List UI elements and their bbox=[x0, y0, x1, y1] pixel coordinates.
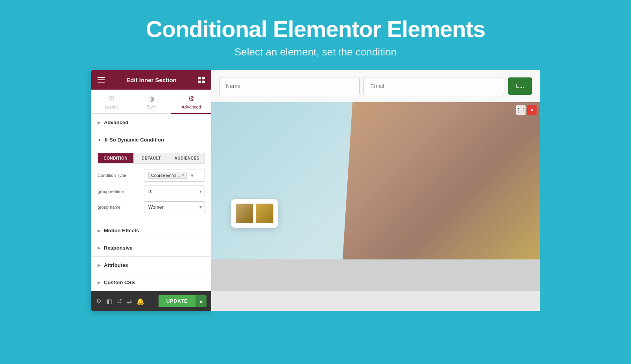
panel-footer: ⚙ ◧ ↺ ⇄ 🔔 UPDATE ▲ bbox=[91, 291, 211, 311]
preview-move-icon[interactable]: ⋮⋮ bbox=[516, 105, 526, 115]
attributes-chevron: ▶ bbox=[98, 263, 101, 267]
tab-style-label: Style bbox=[146, 105, 156, 109]
preview-email-input[interactable] bbox=[363, 77, 504, 95]
tab-layout-label: Layout bbox=[105, 105, 118, 109]
preview-name-input[interactable] bbox=[219, 77, 360, 95]
responsive-label: Responsive bbox=[104, 245, 133, 251]
panel-title: Edit Inner Section bbox=[126, 77, 177, 83]
history-footer-icon[interactable]: ↺ bbox=[117, 298, 122, 305]
condition-type-row: Condition Type Course Enrol... × ▾ bbox=[98, 169, 205, 182]
dynamic-condition-body: CONDITION DEFAULT AUDIENCES Condition Ty… bbox=[91, 148, 211, 222]
food-box-1 bbox=[236, 204, 253, 223]
motion-effects-section-row[interactable]: ▶ Motion Effects bbox=[91, 222, 211, 239]
page-subtitle: Select an element, set the condition bbox=[8, 46, 623, 58]
preview-edit-bar: ⋮⋮ ✕ bbox=[516, 105, 537, 115]
attributes-section-row[interactable]: ▶ Attributes bbox=[91, 257, 211, 274]
layers-footer-icon[interactable]: ◧ bbox=[106, 298, 112, 305]
group-name-control: Women Men All bbox=[144, 201, 205, 213]
elementor-panel: Edit Inner Section ⊞ Layout ◑ Style ⚙ Ad… bbox=[91, 70, 211, 311]
style-icon: ◑ bbox=[148, 94, 155, 103]
advanced-icon: ⚙ bbox=[188, 94, 194, 103]
page-title: Conditional Elementor Elements bbox=[8, 16, 623, 42]
responsive-footer-icon[interactable]: ⇄ bbox=[127, 298, 132, 305]
attributes-label: Attributes bbox=[104, 262, 128, 268]
motion-effects-label: Motion Effects bbox=[104, 228, 139, 233]
condition-type-select[interactable]: Course Enrol... × ▾ bbox=[144, 169, 205, 182]
preview-image-area: ⋮⋮ ✕ bbox=[211, 102, 540, 259]
preview-footer bbox=[211, 259, 540, 291]
condition-type-control: Course Enrol... × ▾ bbox=[144, 169, 205, 182]
remove-tag-icon[interactable]: × bbox=[181, 173, 184, 178]
sub-tab-default[interactable]: DEFAULT bbox=[134, 153, 170, 163]
responsive-chevron: ▶ bbox=[98, 246, 101, 250]
advanced-section-row[interactable]: ▶ Advanced bbox=[91, 114, 211, 131]
custom-css-section-row[interactable]: ▶ Custom CSS bbox=[91, 274, 211, 291]
panel-body: ▶ Advanced ▼ If-So Dynamic Condition CON… bbox=[91, 114, 211, 291]
apps-icon[interactable] bbox=[198, 77, 205, 83]
footer-icons: ⚙ ◧ ↺ ⇄ 🔔 bbox=[96, 298, 144, 305]
tab-advanced[interactable]: ⚙ Advanced bbox=[171, 90, 211, 114]
update-btn-dropdown[interactable]: ▲ bbox=[196, 295, 207, 307]
panel-header: Edit Inner Section bbox=[91, 70, 211, 90]
sub-tabs: CONDITION DEFAULT AUDIENCES bbox=[98, 153, 205, 164]
notification-footer-icon[interactable]: 🔔 bbox=[137, 298, 144, 305]
dynamic-condition-section: ▼ If-So Dynamic Condition CONDITION DEFA… bbox=[91, 131, 211, 222]
dynamic-chevron: ▼ bbox=[98, 138, 101, 142]
preview-submit-btn[interactable]: L... bbox=[508, 77, 532, 95]
group-relation-control: is is not bbox=[144, 186, 205, 197]
main-content: Edit Inner Section ⊞ Layout ◑ Style ⚙ Ad… bbox=[76, 70, 555, 311]
motion-effects-chevron: ▶ bbox=[98, 228, 101, 233]
panel-tabs: ⊞ Layout ◑ Style ⚙ Advanced bbox=[91, 90, 211, 114]
condition-type-label: Condition Type bbox=[98, 173, 141, 178]
tab-style[interactable]: ◑ Style bbox=[131, 90, 172, 114]
sub-tab-audiences[interactable]: AUDIENCES bbox=[169, 153, 205, 163]
page-header: Conditional Elementor Elements Select an… bbox=[0, 0, 631, 70]
group-relation-label: group relation bbox=[98, 189, 141, 194]
condition-type-tag: Course Enrol... × bbox=[148, 172, 187, 179]
preview-form-bar: L... bbox=[211, 70, 540, 102]
tab-layout[interactable]: ⊞ Layout bbox=[91, 90, 131, 114]
layout-icon: ⊞ bbox=[108, 94, 114, 103]
group-relation-row: group relation is is not bbox=[98, 186, 205, 197]
hamburger-icon[interactable] bbox=[98, 77, 105, 83]
preview-area: L... ⋮⋮ ✕ bbox=[211, 70, 540, 311]
woman-cooking-image bbox=[343, 102, 540, 259]
food-box-2 bbox=[256, 204, 273, 223]
group-name-label: group name bbox=[98, 205, 141, 210]
custom-css-chevron: ▶ bbox=[98, 280, 101, 285]
custom-css-label: Custom CSS bbox=[104, 279, 135, 285]
dynamic-condition-header[interactable]: ▼ If-So Dynamic Condition bbox=[91, 131, 211, 148]
group-name-select[interactable]: Women Men All bbox=[144, 201, 205, 213]
tab-advanced-label: Advanced bbox=[182, 105, 201, 109]
advanced-chevron: ▶ bbox=[98, 120, 101, 125]
group-name-row: group name Women Men All bbox=[98, 201, 205, 213]
settings-footer-icon[interactable]: ⚙ bbox=[96, 298, 101, 305]
food-thumbnail bbox=[231, 199, 278, 228]
sub-tab-condition[interactable]: CONDITION bbox=[98, 153, 134, 163]
dynamic-condition-label: If-So Dynamic Condition bbox=[105, 137, 164, 143]
update-button[interactable]: UPDATE bbox=[159, 295, 196, 307]
update-btn-group: UPDATE ▲ bbox=[159, 295, 207, 307]
condition-type-arrow: ▾ bbox=[191, 172, 194, 178]
preview-close-icon[interactable]: ✕ bbox=[527, 105, 537, 115]
advanced-section-label: Advanced bbox=[104, 119, 128, 125]
group-relation-select[interactable]: is is not bbox=[144, 186, 205, 197]
responsive-section-row[interactable]: ▶ Responsive bbox=[91, 239, 211, 257]
